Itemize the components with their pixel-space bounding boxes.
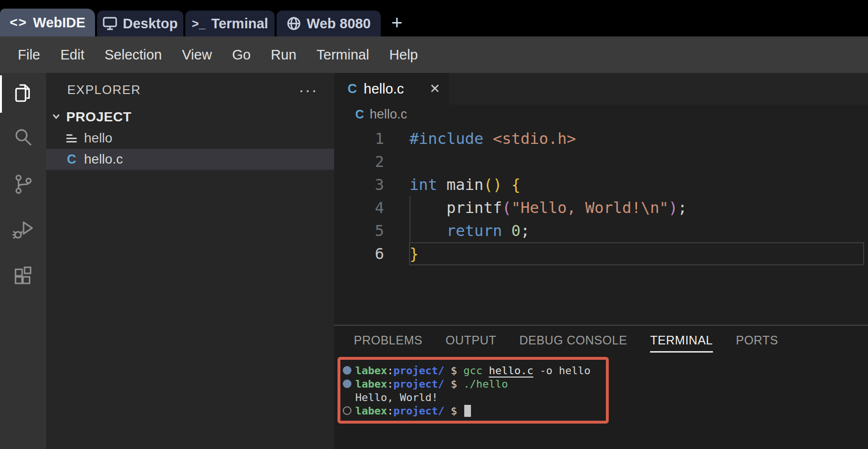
window-tab-web-8080[interactable]: Web 8080 [277, 11, 381, 36]
code-text: return 0; [410, 222, 530, 240]
menu-selection[interactable]: Selection [95, 47, 172, 63]
code-text: printf("Hello, World!\n"); [410, 199, 687, 217]
code-text: int main() { [410, 176, 520, 194]
code-icon: <> [10, 15, 27, 30]
file-row-hello[interactable]: hello [46, 128, 334, 149]
code-line: 2 [334, 150, 868, 173]
editor-area: C hello.c ✕ C hello.c 1 #include <stdio.… [334, 73, 868, 325]
menu-view[interactable]: View [172, 47, 222, 63]
window-tab-label: Web 8080 [307, 16, 371, 32]
close-icon[interactable]: ✕ [429, 81, 440, 96]
explorer-sidebar: EXPLORER ··· PROJECT hello C hello.c [46, 73, 334, 449]
activity-search-button[interactable] [0, 115, 46, 161]
search-icon [12, 126, 34, 150]
panel-tab-problems[interactable]: PROBLEMS [354, 333, 422, 347]
activity-extensions-button[interactable] [0, 253, 46, 299]
editor-tab-hello-c[interactable]: C hello.c ✕ [334, 73, 449, 105]
line-number: 6 [334, 245, 384, 263]
menu-edit[interactable]: Edit [50, 47, 95, 63]
binary-file-icon [64, 134, 79, 142]
menu-help[interactable]: Help [379, 47, 428, 63]
code-line: 4 printf("Hello, World!\n"); [334, 196, 868, 219]
window-tab-webide[interactable]: <> WebIDE [0, 9, 95, 36]
line-number: 5 [334, 222, 384, 240]
editor-tab-label: hello.c [364, 81, 430, 97]
line-number: 4 [334, 199, 384, 217]
menu-run[interactable]: Run [261, 47, 306, 63]
explorer-more-button[interactable]: ··· [299, 87, 318, 92]
activity-source-control-button[interactable] [0, 161, 46, 207]
command-success-icon [343, 366, 351, 375]
panel-tab-bar: PROBLEMS OUTPUT DEBUG CONSOLE TERMINAL P… [334, 326, 868, 355]
menu-go[interactable]: Go [222, 47, 261, 63]
code-text: #include <stdio.h> [410, 130, 576, 148]
code-line: 5 return 0; [334, 219, 868, 242]
c-file-icon: C [355, 107, 364, 121]
line-number: 2 [334, 153, 384, 171]
command-success-icon [343, 379, 351, 388]
panel-tab-debug-console[interactable]: DEBUG CONSOLE [519, 333, 627, 347]
terminal-line: labex:project/ $ gcc hello.c -o hello [343, 364, 606, 377]
monitor-icon [103, 17, 117, 30]
explorer-header: EXPLORER ··· [46, 73, 334, 106]
line-number: 1 [334, 130, 384, 148]
breadcrumb-label: hello.c [370, 107, 407, 122]
chevron-down-icon [50, 110, 62, 124]
code-line: 3 int main() { [334, 173, 868, 196]
tree-section-project[interactable]: PROJECT [46, 106, 334, 128]
breadcrumb[interactable]: C hello.c [334, 105, 868, 124]
new-tab-button[interactable]: + [383, 9, 411, 36]
menu-bar: File Edit Selection View Go Run Terminal… [0, 36, 868, 73]
window-tab-label: Terminal [211, 16, 268, 32]
menu-terminal[interactable]: Terminal [306, 47, 379, 63]
line-number: 3 [334, 176, 384, 194]
extensions-icon [12, 264, 34, 288]
file-label: hello [84, 130, 112, 146]
code-text: } [410, 245, 419, 263]
window-tab-label: Desktop [123, 16, 178, 32]
webide-window: <> WebIDE Desktop >_ Terminal Web 8080 + [0, 0, 868, 449]
panel-tab-terminal[interactable]: TERMINAL [650, 333, 712, 347]
panel-tab-output[interactable]: OUTPUT [446, 333, 496, 347]
panel-tab-ports[interactable]: PORTS [736, 333, 778, 347]
terminal-prompt-icon: >_ [192, 17, 205, 31]
activity-run-debug-button[interactable] [0, 207, 46, 253]
menu-file[interactable]: File [8, 47, 50, 63]
code-editor[interactable]: 1 #include <stdio.h> 2 3 int main() { 4 … [334, 124, 868, 325]
c-file-icon: C [348, 82, 357, 96]
files-icon [12, 82, 34, 106]
activity-explorer-button[interactable] [0, 73, 46, 115]
window-tab-label: WebIDE [33, 15, 85, 31]
code-line: 1 #include <stdio.h> [334, 127, 868, 150]
bottom-panel: PROBLEMS OUTPUT DEBUG CONSOLE TERMINAL P… [334, 326, 868, 449]
activity-bar [0, 73, 46, 449]
window-tab-desktop[interactable]: Desktop [97, 11, 183, 36]
editor-tab-strip: C hello.c ✕ [334, 73, 868, 105]
terminal-line: Hello, World! [343, 390, 606, 404]
globe-icon [287, 16, 301, 31]
section-label: PROJECT [66, 109, 132, 125]
file-label: hello.c [84, 152, 123, 167]
file-link[interactable]: hello.c [489, 365, 533, 377]
window-tab-terminal[interactable]: >_ Terminal [185, 11, 275, 36]
run-debug-icon [12, 218, 34, 242]
terminal-cursor [464, 405, 471, 417]
c-file-icon: C [64, 152, 79, 167]
command-running-icon [343, 406, 351, 415]
file-row-hello-c[interactable]: C hello.c [46, 149, 334, 170]
explorer-title: EXPLORER [67, 83, 141, 97]
git-branch-icon [12, 172, 34, 196]
code-line: 6 } [334, 242, 868, 265]
terminal-line: labex:project/ $ ./hello [343, 377, 606, 390]
terminal-line: labex:project/ $ [343, 404, 606, 417]
window-tab-bar: <> WebIDE Desktop >_ Terminal Web 8080 + [0, 0, 868, 36]
terminal-output-highlighted[interactable]: labex:project/ $ gcc hello.c -o hello la… [338, 357, 609, 424]
